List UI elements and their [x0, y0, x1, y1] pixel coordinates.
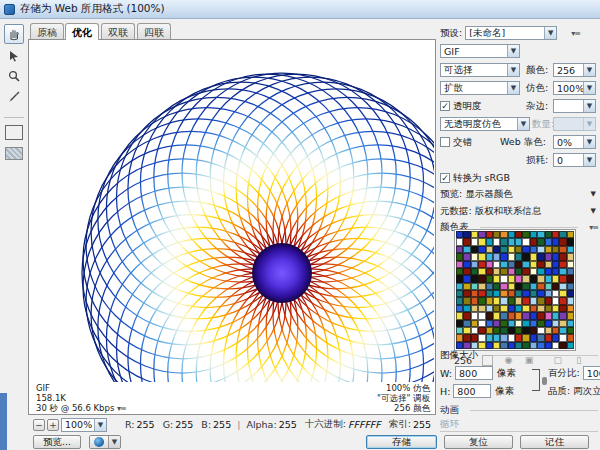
- color-swatch[interactable]: [478, 238, 485, 245]
- dither-amount-select[interactable]: 100% ▼: [553, 81, 596, 95]
- color-swatch[interactable]: [559, 231, 566, 238]
- color-swatch[interactable]: [537, 297, 544, 304]
- color-swatch[interactable]: [552, 297, 559, 304]
- color-swatch[interactable]: [567, 253, 574, 260]
- color-swatch[interactable]: [463, 334, 470, 341]
- color-swatch[interactable]: [486, 253, 493, 260]
- color-swatch[interactable]: [567, 231, 574, 238]
- color-swatch[interactable]: [478, 275, 485, 282]
- tab-original[interactable]: 原稿: [30, 23, 64, 39]
- color-swatch[interactable]: [559, 275, 566, 282]
- color-swatch[interactable]: [515, 231, 522, 238]
- color-swatch[interactable]: [471, 297, 478, 304]
- color-swatch[interactable]: [478, 261, 485, 268]
- color-swatch[interactable]: [567, 275, 574, 282]
- color-swatch[interactable]: [500, 312, 507, 319]
- color-swatch[interactable]: [500, 297, 507, 304]
- color-swatch[interactable]: [567, 327, 574, 334]
- color-swatch[interactable]: [478, 327, 485, 334]
- chevron-down-icon[interactable]: ▼: [591, 190, 596, 198]
- browser-select-button[interactable]: ▼: [89, 435, 121, 449]
- optimized-preview-area[interactable]: GIF 158.1K 30 秒 @ 56.6 Kbps ▾≡ 100% 仿色 "…: [28, 39, 436, 415]
- color-swatch[interactable]: [471, 327, 478, 334]
- color-swatch[interactable]: [567, 312, 574, 319]
- color-swatch[interactable]: [522, 312, 529, 319]
- color-swatch[interactable]: [463, 261, 470, 268]
- color-swatch[interactable]: [463, 283, 470, 290]
- color-swatch[interactable]: [478, 231, 485, 238]
- color-swatch[interactable]: [493, 261, 500, 268]
- color-swatch[interactable]: [486, 275, 493, 282]
- color-swatch[interactable]: [567, 297, 574, 304]
- color-swatch[interactable]: [515, 327, 522, 334]
- color-swatch[interactable]: [493, 275, 500, 282]
- color-swatch[interactable]: [559, 312, 566, 319]
- color-swatch[interactable]: [515, 297, 522, 304]
- color-swatch[interactable]: [456, 238, 463, 245]
- color-swatch[interactable]: [552, 253, 559, 260]
- color-swatch[interactable]: [545, 327, 552, 334]
- color-swatch[interactable]: [500, 238, 507, 245]
- color-swatch[interactable]: [552, 268, 559, 275]
- interlaced-checkbox[interactable]: [440, 137, 450, 147]
- color-swatch[interactable]: [456, 261, 463, 268]
- color-swatch[interactable]: [522, 297, 529, 304]
- color-swatch[interactable]: [530, 283, 537, 290]
- color-swatch[interactable]: [471, 320, 478, 327]
- color-swatch[interactable]: [493, 327, 500, 334]
- color-swatch[interactable]: [508, 231, 515, 238]
- color-swatch[interactable]: [500, 275, 507, 282]
- browser-globe-icon[interactable]: [90, 436, 108, 448]
- color-swatch[interactable]: [545, 320, 552, 327]
- color-swatch[interactable]: [537, 320, 544, 327]
- hand-tool-button[interactable]: [4, 24, 24, 44]
- color-swatch[interactable]: [493, 305, 500, 312]
- color-swatch[interactable]: [559, 327, 566, 334]
- color-swatch[interactable]: [478, 297, 485, 304]
- color-swatch[interactable]: [500, 320, 507, 327]
- color-swatch[interactable]: [537, 261, 544, 268]
- color-swatch[interactable]: [471, 275, 478, 282]
- color-swatch[interactable]: [552, 246, 559, 253]
- color-swatch[interactable]: [463, 327, 470, 334]
- percent-input[interactable]: 100: [583, 366, 600, 380]
- eyedropper-tool-button[interactable]: [4, 86, 24, 106]
- color-swatch[interactable]: [493, 290, 500, 297]
- color-swatch[interactable]: [559, 246, 566, 253]
- color-swatch[interactable]: [537, 283, 544, 290]
- quality-value[interactable]: 两次立方: [573, 385, 600, 398]
- color-swatch[interactable]: [500, 231, 507, 238]
- color-swatch[interactable]: [508, 253, 515, 260]
- color-swatch[interactable]: [493, 297, 500, 304]
- color-swatch[interactable]: [463, 238, 470, 245]
- color-swatch[interactable]: [522, 238, 529, 245]
- color-swatch[interactable]: [567, 283, 574, 290]
- color-swatch[interactable]: [515, 290, 522, 297]
- width-input[interactable]: 800: [455, 366, 493, 380]
- title-bar[interactable]: 存储为 Web 所用格式 (100%): [0, 0, 600, 19]
- color-swatch[interactable]: [493, 246, 500, 253]
- color-table-grid[interactable]: [454, 229, 576, 351]
- color-swatch[interactable]: [545, 268, 552, 275]
- color-swatch[interactable]: [530, 261, 537, 268]
- color-swatch[interactable]: [515, 312, 522, 319]
- download-time-menu-icon[interactable]: ▾≡: [117, 404, 126, 413]
- color-swatch[interactable]: [559, 268, 566, 275]
- color-swatch[interactable]: [471, 305, 478, 312]
- color-swatch[interactable]: [456, 297, 463, 304]
- color-swatch[interactable]: [471, 290, 478, 297]
- color-swatch[interactable]: [559, 238, 566, 245]
- color-swatch[interactable]: [530, 334, 537, 341]
- color-swatch[interactable]: [500, 283, 507, 290]
- color-swatch[interactable]: [478, 283, 485, 290]
- color-swatch[interactable]: [456, 305, 463, 312]
- color-swatch[interactable]: [552, 290, 559, 297]
- color-swatch[interactable]: [478, 312, 485, 319]
- color-swatch[interactable]: [515, 253, 522, 260]
- color-swatch[interactable]: [515, 238, 522, 245]
- color-swatch[interactable]: [545, 231, 552, 238]
- chevron-down-icon[interactable]: ▼: [583, 82, 595, 94]
- color-swatch[interactable]: [508, 334, 515, 341]
- color-swatch[interactable]: [456, 231, 463, 238]
- color-swatch[interactable]: [567, 290, 574, 297]
